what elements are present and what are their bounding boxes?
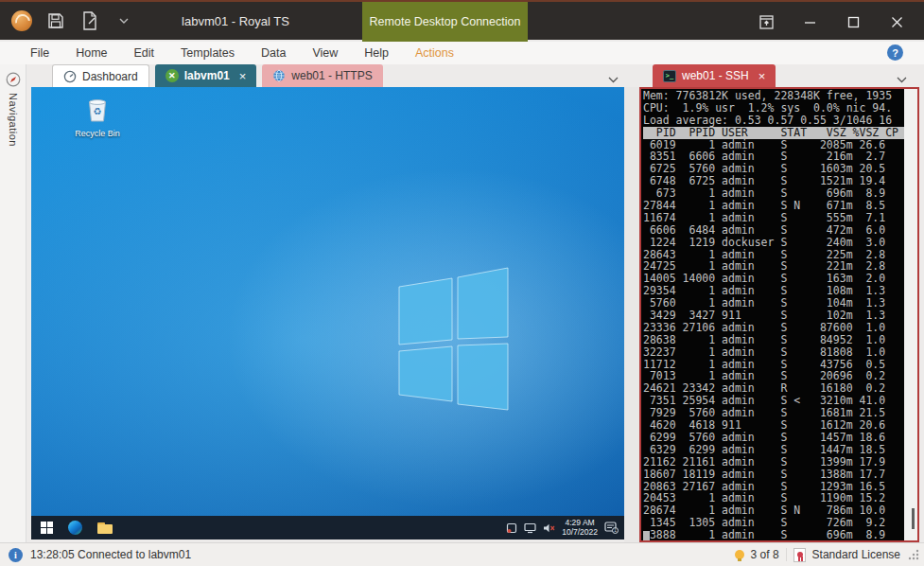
maximize-icon bbox=[847, 16, 860, 28]
close-window-button[interactable] bbox=[880, 8, 913, 36]
statusbar-separator bbox=[786, 548, 787, 561]
lightbulb-icon bbox=[735, 550, 744, 559]
windows-taskbar: 4:29 AM 10/7/2022 1 bbox=[31, 516, 624, 539]
menu-edit[interactable]: Edit bbox=[121, 46, 168, 60]
menu-templates[interactable]: Templates bbox=[167, 46, 248, 60]
title-bar: labvm01 - Royal TS Remote Desktop Connec… bbox=[0, 0, 924, 40]
royal-ts-logo-icon[interactable] bbox=[11, 10, 32, 31]
terminal-scrollbar[interactable] bbox=[904, 89, 917, 540]
rdp-desktop-view[interactable]: ♻ Recycle Bin bbox=[31, 87, 624, 539]
terminal-line: 11674 1 admin S 555m 7.1 bbox=[643, 212, 904, 224]
ssh-terminal-pane[interactable]: Mem: 7763812K used, 228348K free, 1935 C… bbox=[639, 87, 919, 542]
terminal-line: 4620 4618 911 S 1612m 20.6 bbox=[643, 419, 904, 432]
terminal-line: 3429 3427 911 S 102m 1.3 bbox=[643, 310, 904, 322]
tab-labvm01[interactable]: ✕ labvm01 × bbox=[155, 64, 257, 87]
new-document-icon bbox=[81, 11, 98, 30]
terminal-output: Mem: 7763812K used, 228348K free, 1935 C… bbox=[641, 89, 904, 540]
resize-grip[interactable] bbox=[907, 548, 920, 561]
terminal-line: CPU: 1.9% usr 1.2% sys 0.0% nic 94. bbox=[643, 102, 904, 115]
svg-text:1: 1 bbox=[614, 528, 617, 533]
maximize-button[interactable] bbox=[837, 8, 869, 36]
window-title: labvm01 - Royal TS bbox=[109, 14, 362, 28]
start-button[interactable] bbox=[41, 522, 53, 534]
menu-view[interactable]: View bbox=[299, 46, 351, 60]
tray-app-icon[interactable] bbox=[506, 522, 517, 534]
navigation-panel-label: Navigation bbox=[8, 93, 19, 147]
terminal-line: 6329 6299 admin S 1447m 18.5 bbox=[643, 444, 904, 456]
question-icon: ? bbox=[892, 47, 898, 59]
menu-help[interactable]: Help bbox=[351, 46, 402, 60]
pane-splitter[interactable] bbox=[624, 87, 639, 542]
globe-icon bbox=[272, 69, 286, 82]
tab-label: web01 - HTTPS bbox=[291, 69, 372, 82]
terminal-line: 28638 1 admin S 84952 1.0 bbox=[643, 334, 904, 346]
menu-bar: File Home Edit Templates Data View Help … bbox=[0, 42, 924, 64]
help-button[interactable]: ? bbox=[887, 44, 903, 61]
close-tab-icon[interactable]: × bbox=[758, 69, 766, 83]
menu-home[interactable]: Home bbox=[62, 46, 120, 60]
recycle-bin-desktop-icon[interactable]: ♻ Recycle Bin bbox=[69, 95, 126, 138]
menu-file[interactable]: File bbox=[17, 46, 62, 60]
clock-date: 10/7/2022 bbox=[562, 528, 598, 538]
reminder-count[interactable]: 3 of 8 bbox=[751, 548, 779, 561]
tab-label: Dashboard bbox=[82, 70, 138, 83]
close-icon bbox=[891, 16, 903, 28]
tab-overflow-dropdown-right[interactable] bbox=[897, 70, 907, 87]
scrollbar-thumb[interactable] bbox=[912, 508, 915, 529]
edge-browser-icon[interactable] bbox=[68, 521, 82, 535]
save-button[interactable] bbox=[45, 10, 66, 31]
tab-dashboard[interactable]: Dashboard bbox=[52, 64, 149, 87]
terminal-line: 21162 21161 admin S 1399m 17.9 bbox=[643, 456, 904, 469]
terminal-line: 1224 1219 dockuser S 240m 3.0 bbox=[643, 237, 904, 249]
chevron-down-icon bbox=[608, 77, 619, 83]
chevron-down-icon bbox=[897, 77, 907, 83]
tab-strip: Dashboard ✕ labvm01 × web01 - HTTPS bbox=[0, 64, 924, 87]
terminal-cursor bbox=[643, 531, 650, 540]
file-explorer-icon[interactable] bbox=[97, 522, 113, 534]
tab-label: web01 - SSH bbox=[682, 69, 749, 82]
info-icon: i bbox=[9, 548, 23, 562]
windows-wallpaper-logo bbox=[31, 87, 624, 539]
context-ribbon-tab[interactable]: Remote Desktop Connection bbox=[362, 2, 528, 42]
save-icon bbox=[47, 12, 64, 29]
menu-actions[interactable]: Actions bbox=[402, 46, 467, 60]
terminal-line: 23336 27106 admin S 87600 1.0 bbox=[643, 322, 904, 334]
tab-web01-https[interactable]: web01 - HTTPS bbox=[262, 64, 382, 87]
taskbar-clock[interactable]: 4:29 AM 10/7/2022 bbox=[562, 519, 598, 537]
recycle-bin-label: Recycle Bin bbox=[69, 129, 126, 138]
menu-data[interactable]: Data bbox=[248, 46, 299, 60]
recycle-symbol: ♻ bbox=[94, 106, 102, 116]
compass-icon bbox=[6, 72, 21, 87]
status-bar: i 13:28:05 Connected to labvm01 3 of 8 S… bbox=[0, 542, 924, 566]
start-icon bbox=[41, 522, 46, 527]
speaker-muted-icon[interactable] bbox=[543, 522, 555, 534]
terminal-line: 32237 1 admin S 81808 1.0 bbox=[643, 346, 904, 359]
recycle-bin-icon: ♻ bbox=[85, 95, 110, 123]
terminal-column-header: PID PPID USER STAT VSZ %VSZ CP bbox=[643, 127, 904, 139]
minimize-button[interactable] bbox=[793, 8, 826, 36]
license-label[interactable]: Standard License bbox=[812, 548, 900, 561]
terminal-line: 18607 18119 admin S 1388m 17.7 bbox=[643, 469, 904, 481]
rdp-session-icon: ✕ bbox=[166, 69, 179, 82]
dock-window-button[interactable] bbox=[750, 8, 782, 36]
dashboard-gauge-icon bbox=[63, 70, 77, 83]
terminal-line: 6606 6484 admin S 472m 6.0 bbox=[643, 224, 904, 237]
navigation-panel-collapsed[interactable]: Navigation bbox=[0, 64, 26, 542]
network-display-icon[interactable] bbox=[524, 522, 536, 534]
royal-ts-window: labvm01 - Royal TS Remote Desktop Connec… bbox=[0, 0, 924, 566]
new-document-button[interactable] bbox=[79, 10, 100, 31]
terminal-line: 27844 1 admin S N 671m 8.5 bbox=[643, 200, 904, 212]
tab-overflow-dropdown[interactable] bbox=[608, 70, 619, 87]
connection-status-text: 13:28:05 Connected to labvm01 bbox=[30, 548, 191, 561]
terminal-line: Load average: 0.53 0.57 0.55 3/1046 16 bbox=[643, 115, 904, 127]
close-tab-icon[interactable]: × bbox=[239, 69, 247, 83]
notification-panel-icon[interactable]: 1 bbox=[604, 522, 619, 534]
terminal-line: 6299 5760 admin S 1457m 18.6 bbox=[643, 432, 904, 444]
tab-web01-ssh[interactable]: >_ web01 - SSH × bbox=[653, 64, 776, 87]
license-icon bbox=[793, 548, 806, 562]
minimize-icon bbox=[804, 16, 816, 28]
terminal-icon: >_ bbox=[663, 70, 676, 82]
tab-label: labvm01 bbox=[184, 69, 230, 82]
terminal-line-with-cursor: 3888 1 admin S 696m 8.9 bbox=[643, 529, 904, 540]
dock-window-icon bbox=[759, 15, 774, 29]
